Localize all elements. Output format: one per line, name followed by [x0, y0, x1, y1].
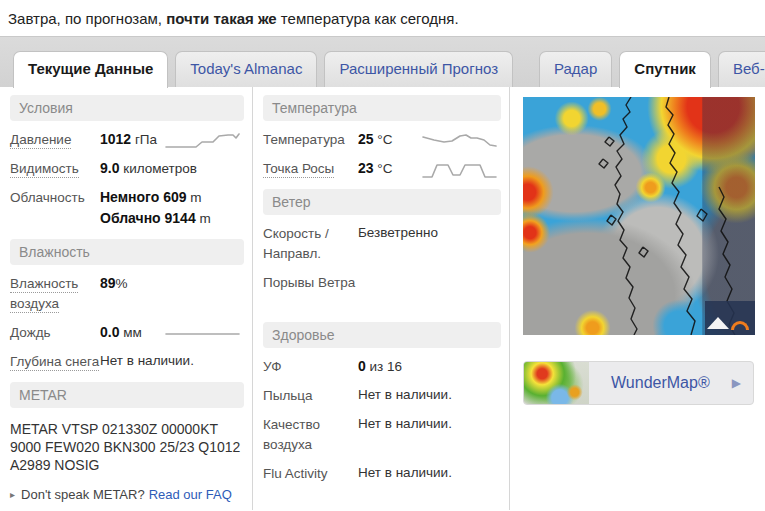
wundermap-button[interactable]: WunderMap® ▶ [523, 361, 754, 405]
dew-point-row: Точка Росы 23 °C [263, 158, 501, 179]
section-header-health: Здоровье [263, 322, 501, 348]
flu-activity-row: Flu Activity Нет в наличии. [263, 463, 501, 484]
content-area: Условия Давление 1012 гПа Видимость 9.0 … [0, 87, 765, 510]
tab-webcam[interactable]: Веб-К� [718, 51, 765, 87]
dew-point-value: 23 °C [358, 158, 393, 179]
snow-depth-label[interactable]: Глубина снега [10, 351, 100, 372]
wind-gust-row: Порывы Ветра [263, 272, 501, 312]
mountain-logo-icon [707, 317, 729, 329]
temperature-label: Температура [263, 129, 358, 150]
section-header-metar: METAR [10, 382, 244, 408]
rainbow-logo-icon [731, 321, 749, 330]
forecast-summary: Завтра, по прогнозам, почти такая же тем… [0, 0, 765, 36]
pollen-row: Пыльца Нет в наличии. [263, 385, 501, 406]
weather-current-conditions-page: Завтра, по прогнозам, почти такая же тем… [0, 0, 765, 511]
wind-speed-row: Скорость / Направл. Безветренно [263, 223, 501, 264]
visibility-label[interactable]: Видимость [10, 158, 100, 179]
visibility-value: 9.0 километров [100, 158, 197, 179]
snow-depth-value: Нет в наличии. [100, 351, 194, 372]
section-header-conditions: Условия [10, 95, 244, 121]
metar-faq-row: ▸ Don't speak METAR? Read our FAQ [10, 487, 244, 502]
pressure-label[interactable]: Давление [10, 129, 100, 150]
snow-depth-row: Глубина снега Нет в наличии. [10, 351, 244, 372]
metar-code: METAR VTSP 021330Z 00000KT 9000 FEW020 B… [10, 420, 247, 474]
temperature-column: Температура Температура 25 °C Точка Росы… [253, 87, 510, 510]
uv-value: 0 из 16 [358, 356, 402, 377]
clouds-value: Немного 609 m Облачно 9144 m [100, 187, 211, 229]
clouds-label: Облачность [10, 187, 100, 229]
pressure-row: Давление 1012 гПа [10, 129, 244, 150]
satellite-column: WunderMap® ▶ [510, 87, 765, 510]
section-header-temperature: Температура [263, 95, 501, 121]
coastline-overlay [523, 97, 755, 335]
dew-point-sparkline [422, 160, 497, 182]
temperature-sparkline [422, 131, 497, 153]
rain-row: Дождь 0.0 мм [10, 322, 244, 343]
rain-label: Дождь [10, 322, 100, 343]
flu-activity-value: Нет в наличии. [358, 463, 452, 484]
clouds-row: Облачность Немного 609 m Облачно 9144 m [10, 187, 244, 229]
tab-radar[interactable]: Радар [539, 51, 612, 87]
wind-speed-label: Скорость / Направл. [263, 223, 358, 264]
tab-extended-forecast[interactable]: Расширенный Прогноз [324, 51, 513, 87]
wundermap-thumbnail [524, 362, 589, 404]
rain-sparkline [165, 324, 240, 344]
pressure-sparkline [165, 131, 240, 151]
satellite-image[interactable] [523, 97, 755, 335]
faq-bullet-icon: ▸ [10, 489, 15, 500]
visibility-row: Видимость 9.0 километров [10, 158, 244, 179]
conditions-column: Условия Давление 1012 гПа Видимость 9.0 … [0, 87, 253, 510]
humidity-label[interactable]: Влажность воздуха [10, 273, 100, 314]
faq-link[interactable]: Read our FAQ [149, 487, 232, 502]
forecast-summary-prefix: Завтра, по прогнозам, [8, 10, 166, 27]
section-header-humidity: Влажность [10, 239, 244, 265]
tab-satellite[interactable]: Спутник [619, 51, 711, 88]
wind-speed-value: Безветренно [358, 223, 438, 264]
uv-row: УФ 0 из 16 [263, 356, 501, 377]
pollen-label: Пыльца [263, 385, 358, 406]
humidity-value: 89% [100, 273, 128, 314]
tab-current-conditions[interactable]: Текущие Данные [13, 51, 168, 88]
air-quality-label: Качество воздуха [263, 414, 358, 455]
wundermap-arrow-icon: ▶ [732, 376, 741, 390]
temperature-value: 25 °C [358, 129, 393, 150]
humidity-row: Влажность воздуха 89% [10, 273, 244, 314]
air-quality-row: Качество воздуха Нет в наличии. [263, 414, 501, 455]
forecast-summary-highlight: почти такая же [166, 10, 277, 27]
tab-todays-almanac[interactable]: Today's Almanac [175, 51, 317, 87]
rain-value: 0.0 мм [100, 322, 142, 343]
uv-label: УФ [263, 356, 358, 377]
air-quality-value: Нет в наличии. [358, 414, 452, 455]
pressure-value: 1012 гПа [100, 129, 157, 150]
forecast-summary-suffix: температура как сегодня. [277, 10, 459, 27]
satellite-watermark [705, 301, 755, 335]
wundermap-label: WunderMap® [589, 374, 732, 392]
pollen-value: Нет в наличии. [358, 385, 452, 406]
faq-text: Don't speak METAR? [21, 487, 145, 502]
wind-gust-label: Порывы Ветра [263, 272, 358, 312]
tab-bar: Текущие Данные Today's Almanac Расширенн… [0, 36, 765, 87]
flu-activity-label: Flu Activity [263, 463, 358, 484]
dew-point-label[interactable]: Точка Росы [263, 158, 358, 179]
temperature-row: Температура 25 °C [263, 129, 501, 150]
section-header-wind: Ветер [263, 189, 501, 215]
